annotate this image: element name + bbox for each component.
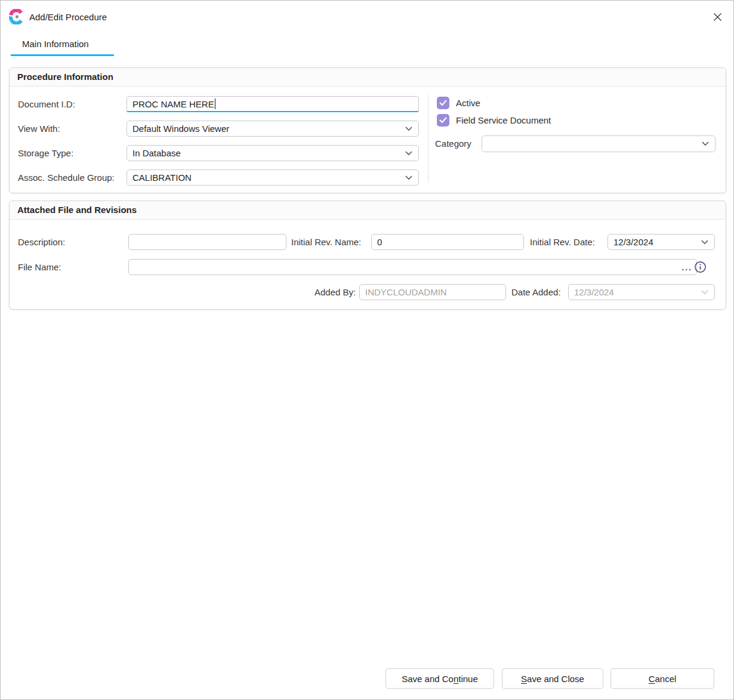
attached-file-revisions-section: Attached File and Revisions Description:…	[9, 201, 726, 310]
category-dropdown[interactable]	[482, 135, 716, 152]
text-caret	[215, 98, 215, 109]
description-input[interactable]	[128, 234, 286, 250]
checkbox-checked-icon	[437, 97, 449, 109]
chevron-down-icon	[405, 175, 412, 180]
document-id-value: PROC NAME HERE	[132, 99, 214, 109]
save-and-close-button[interactable]: Save and Close	[502, 668, 603, 689]
document-id-label: Document I.D:	[18, 96, 75, 112]
active-checkbox[interactable]: Active	[437, 97, 480, 109]
chevron-down-icon	[405, 151, 412, 156]
chevron-down-icon	[701, 240, 708, 245]
date-added-dropdown: 12/3/2024	[568, 284, 715, 300]
storage-type-label: Storage Type:	[18, 145, 73, 161]
cancel-button[interactable]: Cancel	[610, 668, 714, 689]
category-label: Category	[435, 135, 471, 152]
storage-type-dropdown[interactable]: In Database	[127, 145, 419, 161]
save-and-continue-button[interactable]: Save and Continue	[385, 668, 494, 689]
column-divider	[428, 95, 428, 183]
procedure-information-section: Procedure Information Document I.D: PROC…	[9, 67, 726, 193]
checkbox-checked-icon	[437, 114, 449, 127]
chevron-down-icon	[405, 127, 412, 131]
field-service-document-checkbox-label: Field Service Document	[456, 115, 551, 125]
dialog-title: Add/Edit Procedure	[29, 12, 107, 22]
tab-active-indicator	[11, 54, 114, 56]
assoc-schedule-group-label: Assoc. Schedule Group:	[18, 169, 115, 186]
file-name-input[interactable]: ...	[128, 259, 697, 275]
date-added-label: Date Added:	[511, 284, 561, 300]
app-logo-icon	[8, 9, 24, 24]
add-edit-procedure-dialog: Add/Edit Procedure Main Information Proc…	[0, 0, 734, 700]
title-bar: Add/Edit Procedure	[1, 1, 733, 34]
added-by-input: INDYCLOUDADMIN	[359, 284, 506, 300]
close-icon	[713, 13, 722, 21]
chevron-down-icon	[701, 290, 708, 295]
view-with-dropdown[interactable]: Default Windows Viewer	[127, 121, 419, 137]
browse-file-button[interactable]: ...	[681, 260, 692, 275]
active-checkbox-label: Active	[456, 98, 480, 108]
chevron-down-icon	[702, 141, 709, 146]
view-with-label: View With:	[18, 121, 60, 137]
initial-rev-date-dropdown[interactable]: 12/3/2024	[607, 234, 715, 250]
tab-main-information[interactable]: Main Information	[22, 39, 89, 49]
close-button[interactable]	[707, 7, 727, 27]
initial-rev-name-label: Initial Rev. Name:	[291, 234, 361, 250]
section-title: Procedure Information	[10, 68, 726, 87]
document-id-input[interactable]: PROC NAME HERE	[127, 96, 419, 112]
added-by-label: Added By:	[314, 284, 356, 300]
assoc-schedule-group-dropdown[interactable]: CALIBRATION	[127, 169, 419, 186]
section-title: Attached File and Revisions	[10, 201, 726, 220]
field-service-document-checkbox[interactable]: Field Service Document	[437, 114, 551, 127]
file-name-label: File Name:	[18, 259, 61, 275]
ellipsis-icon: ...	[681, 263, 692, 272]
description-label: Description:	[18, 234, 65, 250]
initial-rev-date-label: Initial Rev. Date:	[530, 234, 595, 250]
info-icon[interactable]	[694, 261, 707, 273]
initial-rev-name-input[interactable]: 0	[371, 234, 524, 250]
